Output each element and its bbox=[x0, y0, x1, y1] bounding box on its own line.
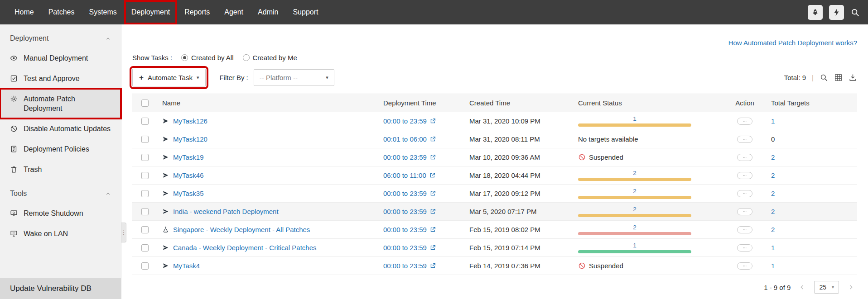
task-name-link[interactable]: MyTask4 bbox=[173, 262, 200, 270]
task-name-link[interactable]: MyTask46 bbox=[173, 171, 204, 179]
help-link[interactable]: How Automated Patch Deployment works? bbox=[728, 39, 857, 47]
task-name-link[interactable]: MyTask19 bbox=[173, 153, 204, 161]
rocket-button[interactable] bbox=[808, 5, 823, 20]
column-header-name[interactable]: Name bbox=[158, 99, 380, 107]
sidebar-item-manual-deployment[interactable]: Manual Deployment bbox=[0, 48, 121, 68]
row-actions-button[interactable] bbox=[737, 190, 752, 197]
sidebar-collapse-handle[interactable]: ⋮ bbox=[121, 223, 126, 242]
row-actions-button[interactable] bbox=[737, 172, 752, 179]
status-progress-bar[interactable] bbox=[578, 250, 691, 253]
row-actions-button[interactable] bbox=[737, 118, 752, 125]
row-checkbox[interactable] bbox=[141, 136, 149, 143]
sidebar-item-disable-automatic-updates[interactable]: Disable Automatic Updates bbox=[0, 119, 121, 139]
deployment-time-link[interactable]: 00:00 to 23:59 bbox=[383, 190, 427, 197]
column-header-current-status[interactable]: Current Status bbox=[574, 99, 727, 107]
nav-item-deployment[interactable]: Deployment bbox=[124, 0, 177, 24]
row-actions-button[interactable] bbox=[737, 226, 752, 233]
task-name-link[interactable]: MyTask35 bbox=[173, 190, 204, 197]
row-actions-button[interactable] bbox=[737, 136, 752, 143]
row-actions-button[interactable] bbox=[737, 154, 752, 161]
deployment-time-link[interactable]: 06:00 to 11:00 bbox=[383, 171, 426, 179]
status-count-link[interactable]: 1 bbox=[578, 115, 691, 122]
platform-filter-dropdown[interactable]: -- Platform -- ▾ bbox=[254, 69, 334, 86]
nav-item-reports[interactable]: Reports bbox=[177, 0, 217, 24]
total-targets-link[interactable]: 2 bbox=[771, 153, 775, 161]
update-vulnerability-db-button[interactable]: Update Vulnerability DB bbox=[0, 278, 121, 299]
deployment-time-cell: 00:01 to 06:00 bbox=[380, 135, 466, 143]
deployment-time-link[interactable]: 00:00 to 23:59 bbox=[383, 262, 427, 270]
deployment-time-link[interactable]: 00:00 to 23:59 bbox=[383, 208, 427, 215]
checkbox-cell bbox=[132, 172, 158, 179]
task-name-link[interactable]: India - weekend Patch Deployment bbox=[173, 208, 279, 215]
status-progress-bar[interactable] bbox=[578, 196, 691, 199]
sidebar-item-remote-shutdown[interactable]: Remote Shutdown bbox=[0, 203, 121, 223]
status-count-link[interactable]: 2 bbox=[578, 224, 691, 231]
flash-button[interactable] bbox=[829, 5, 844, 20]
search-button[interactable] bbox=[820, 73, 828, 82]
sidebar-item-deployment-policies[interactable]: Deployment Policies bbox=[0, 139, 121, 159]
status-count-link[interactable]: 1 bbox=[578, 242, 691, 249]
row-checkbox[interactable] bbox=[141, 262, 149, 270]
radio-created-by-me[interactable]: Created by Me bbox=[243, 54, 297, 62]
sidebar-section-header-tools[interactable]: Tools bbox=[0, 180, 121, 203]
status-progress-bar[interactable] bbox=[578, 178, 691, 181]
task-name-link[interactable]: Singapore - Weekly Deployment - All Patc… bbox=[173, 226, 310, 233]
row-checkbox[interactable] bbox=[141, 226, 149, 233]
nav-item-agent[interactable]: Agent bbox=[217, 0, 251, 24]
total-targets-link[interactable]: 1 bbox=[771, 262, 775, 270]
total-targets-link[interactable]: 2 bbox=[771, 208, 775, 215]
row-actions-button[interactable] bbox=[737, 208, 752, 215]
total-targets-link[interactable]: 2 bbox=[771, 171, 775, 179]
current-status-cell: 2 bbox=[574, 224, 727, 235]
task-name-link[interactable]: MyTask126 bbox=[173, 117, 207, 125]
search-button[interactable] bbox=[850, 8, 860, 17]
nav-item-home[interactable]: Home bbox=[7, 0, 41, 24]
total-targets-link[interactable]: 2 bbox=[771, 190, 775, 197]
export-button[interactable] bbox=[849, 73, 857, 82]
nav-item-admin[interactable]: Admin bbox=[251, 0, 285, 24]
column-header-total-targets[interactable]: Total Targets bbox=[763, 99, 857, 107]
deployment-time-link[interactable]: 00:00 to 23:59 bbox=[383, 244, 427, 252]
previous-page-button[interactable] bbox=[799, 284, 806, 291]
status-progress-bar[interactable] bbox=[578, 214, 691, 217]
deployment-time-link[interactable]: 00:01 to 06:00 bbox=[383, 135, 427, 143]
total-targets-link[interactable]: 2 bbox=[771, 226, 775, 233]
sidebar-item-automate-patch-deployment[interactable]: Automate Patch Deployment bbox=[0, 89, 121, 119]
next-page-button[interactable] bbox=[847, 284, 854, 291]
radio-created-by-all[interactable]: Created by All bbox=[181, 54, 233, 62]
row-actions-button[interactable] bbox=[737, 244, 752, 252]
row-checkbox[interactable] bbox=[141, 208, 149, 215]
total-targets-link[interactable]: 1 bbox=[771, 117, 775, 125]
nav-item-systems[interactable]: Systems bbox=[82, 0, 124, 24]
total-targets-link[interactable]: 1 bbox=[771, 244, 775, 252]
deployment-time-link[interactable]: 00:00 to 23:59 bbox=[383, 117, 427, 125]
row-checkbox[interactable] bbox=[141, 172, 149, 179]
row-checkbox[interactable] bbox=[141, 154, 149, 161]
row-checkbox[interactable] bbox=[141, 190, 149, 197]
sidebar-item-test-and-approve[interactable]: Test and Approve bbox=[0, 68, 121, 89]
status-progress-bar[interactable] bbox=[578, 232, 691, 235]
column-header-created-time[interactable]: Created Time bbox=[466, 99, 574, 107]
automate-task-button[interactable]: + Automate Task ▾ bbox=[132, 69, 206, 86]
row-checkbox[interactable] bbox=[141, 244, 149, 252]
nav-item-support[interactable]: Support bbox=[285, 0, 325, 24]
deployment-time-link[interactable]: 00:00 to 23:59 bbox=[383, 153, 427, 161]
sidebar-item-trash[interactable]: Trash bbox=[0, 159, 121, 180]
grid-button[interactable] bbox=[834, 73, 843, 82]
status-progress-bar[interactable] bbox=[578, 123, 691, 127]
page-size-select[interactable]: 25 ▾ bbox=[814, 281, 839, 294]
sidebar-item-wake-on-lan[interactable]: Wake on LAN bbox=[0, 223, 121, 244]
deployment-time-link[interactable]: 00:00 to 23:59 bbox=[383, 226, 427, 233]
task-name-link[interactable]: Canada - Weekly Deployment - Critical Pa… bbox=[173, 244, 317, 252]
task-name-link[interactable]: MyTask120 bbox=[173, 135, 207, 143]
row-actions-button[interactable] bbox=[737, 262, 752, 270]
status-count-link[interactable]: 2 bbox=[578, 206, 691, 213]
deploy-task-icon bbox=[162, 244, 169, 251]
row-checkbox[interactable] bbox=[141, 118, 149, 125]
status-count-link[interactable]: 2 bbox=[578, 170, 691, 176]
select-all-checkbox[interactable] bbox=[141, 100, 149, 107]
sidebar-section-header-deployment[interactable]: Deployment bbox=[0, 24, 121, 48]
column-header-deployment-time[interactable]: Deployment Time bbox=[380, 99, 466, 107]
nav-item-patches[interactable]: Patches bbox=[41, 0, 82, 24]
status-count-link[interactable]: 2 bbox=[578, 188, 691, 195]
